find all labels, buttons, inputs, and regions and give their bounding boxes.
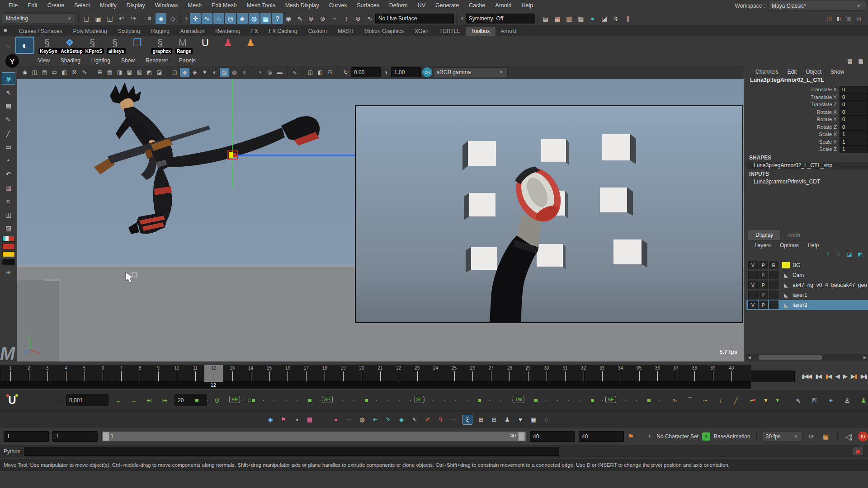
layer-name[interactable]: ak47_rig_v0_4_beta:ak47_geo [791,282,867,288]
visor-eye-icon[interactable]: ◉ [2,72,15,85]
cursor-white-icon[interactable]: ⇖ [793,395,804,406]
graph-pencil-icon[interactable]: ✐ [423,415,432,424]
eraser-icon[interactable]: ▭ [2,141,15,153]
keysyn-script-shelf-item[interactable]: §KeySyn [37,37,57,54]
table-small-icon[interactable]: ⊟ [490,415,499,424]
step-forward-key-button[interactable]: ▶▮ [849,373,858,380]
cursor-blue-icon[interactable]: ⇱ [809,395,820,406]
shelf-tab-arnold[interactable]: Arnold [495,27,522,36]
layer-menu-layers[interactable]: Layers [750,242,775,249]
key-dot[interactable] [297,400,298,401]
panel-menu-renderer[interactable]: Renderer [140,57,174,64]
key-dot[interactable] [557,400,558,401]
animbot-key-strip[interactable]: PPSBSLTWBE [192,395,663,405]
sound-icon[interactable]: ◁) [844,431,854,442]
allkeys-script-shelf-item[interactable]: §allkeys [105,37,125,54]
snap-to-projected-center-icon[interactable]: ◎ [225,13,236,24]
layer-visibility-toggle[interactable] [748,271,758,279]
panel-menu-lighting[interactable]: Lighting [86,57,116,64]
attribute-value-field[interactable]: 0 [840,86,868,94]
key-square[interactable] [534,399,538,402]
prev-key-arrow-icon[interactable]: ← [113,395,124,406]
layered-image-icon[interactable]: ◫ [306,68,315,77]
camera-pip-panel[interactable] [356,106,742,322]
step-back-frame-button[interactable]: ▮◀ [814,373,822,380]
lock-selection-icon[interactable]: ◉ [283,13,294,24]
move-layer-up-icon[interactable]: ⇧ [824,250,832,258]
layer-name[interactable]: Cam [791,272,804,278]
help-mode-icon[interactable]: ? [272,13,283,24]
menu-select[interactable]: Select [69,2,95,9]
layer-name[interactable]: BG [791,262,800,268]
active-tool-shelf-item[interactable]: ◐ [15,37,34,54]
panel-menu-view[interactable]: View [33,57,55,64]
dot-icon[interactable]: • [2,155,15,166]
cube-small-icon[interactable]: ▣ [529,415,538,424]
shelf-tab-motion-graphics[interactable]: Motion Graphics [359,27,409,36]
attribute-value-field[interactable]: 1 [840,131,868,138]
next-subkey-icon[interactable]: ↣ [159,395,170,406]
spline-tangent-icon[interactable]: ∿ [669,395,680,406]
offset-icon[interactable]: ◍ [358,415,367,424]
bulb-icon[interactable]: ○ [240,68,249,77]
retime-icon[interactable]: ⇤ [371,415,380,424]
anim-layer-icon[interactable]: ▼ [702,432,710,441]
key-dot[interactable] [467,400,467,401]
step-back-key-button[interactable]: ▮◀ [824,373,833,380]
layer-menu-options[interactable]: Options [775,242,803,249]
safe-title-icon[interactable]: ◪ [155,68,164,77]
hypershade-icon[interactable]: ● [587,13,598,24]
playblast-icon[interactable]: ▦ [821,431,831,442]
anim-pencil-icon[interactable]: ✎ [384,415,393,424]
channel-box-toggle-icon[interactable]: ▥ [844,14,854,23]
trash-icon[interactable]: ▥ [2,182,15,193]
textured-icon[interactable]: ◈ [190,68,199,77]
open-render-view-icon[interactable]: ▤ [540,13,551,24]
live-surface-field[interactable]: No Live Surface [375,14,454,23]
move-layer-down-icon[interactable]: ⇩ [835,250,843,258]
shelf-tab-xgen[interactable]: XGen [409,27,434,36]
more-dots-icon[interactable]: ⋯ [449,415,458,424]
new-scene-icon[interactable]: ▢ [81,13,92,24]
key-dot[interactable] [500,400,501,401]
undo-icon[interactable]: ↶ [116,13,127,24]
layer-visibility-toggle[interactable]: V [748,261,758,269]
shadows-icon[interactable]: ◐ [210,68,219,77]
layer-playback-toggle[interactable]: P [759,281,768,289]
key-square[interactable] [647,399,651,402]
key-dot[interactable] [376,400,377,401]
key-diamond-icon[interactable]: ◆ [397,415,406,424]
select-cursor-icon[interactable]: ⇖ [2,87,15,99]
menu-mesh[interactable]: Mesh [183,2,207,9]
play-forwards-button[interactable]: ▶ [842,373,848,380]
attribute-value-field[interactable]: 0 [840,123,868,131]
key-square[interactable] [308,399,311,402]
flame-icon[interactable]: ↯ [436,415,445,424]
key-dot[interactable] [455,400,456,401]
shelf-tab-rendering[interactable]: Rendering [210,27,245,36]
select-by-hierarchy-icon[interactable]: ≡ [144,13,155,24]
panel-menu-show[interactable]: Show [116,57,140,64]
safe-action-icon[interactable]: ◩ [145,68,154,77]
layer-color-swatch[interactable] [782,262,790,268]
key-dot[interactable] [286,400,287,401]
character-set-label[interactable]: No Character Set [656,433,698,440]
target-icon[interactable]: ⌖ [826,395,836,406]
menu-modify[interactable]: Modify [95,2,122,9]
key-square[interactable] [195,399,198,402]
channelbox-mini-icon[interactable]: ▤ [845,56,854,66]
select-by-object-type-icon[interactable]: ◈ [156,13,166,24]
occlusion-icon[interactable]: ◍ [230,68,239,77]
channel-box-menu-channels[interactable]: Channels [751,69,783,75]
menu-generate[interactable]: Generate [430,2,464,9]
isolate-select-icon[interactable]: ◎ [265,68,274,77]
render-current-frame-icon[interactable]: ▦ [552,13,563,24]
layer-row[interactable]: VP◣ak47_rig_v0_4_beta:ak47_geo [746,280,868,290]
orange-character-shelf-item[interactable]: ♟ [241,37,260,54]
snap-to-curve-icon[interactable]: ∿ [202,13,212,24]
acksetup-script-shelf-item[interactable]: ❖AckSetup [60,37,80,54]
key-dot[interactable] [218,400,219,401]
attribute-value-field[interactable]: 0 [840,93,868,101]
frame-ruler[interactable]: 1212345678910111314151617181920212223242… [0,365,751,382]
menu-mesh-display[interactable]: Mesh Display [280,2,324,9]
